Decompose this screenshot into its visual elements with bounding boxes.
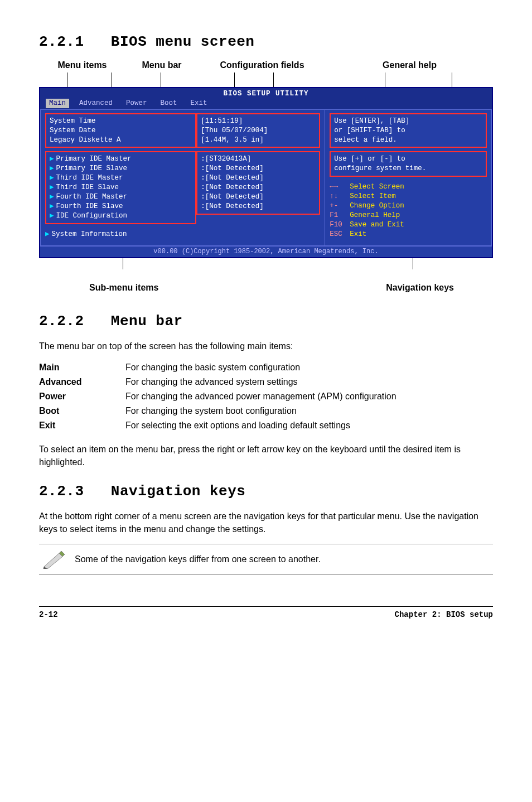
page-number: 2-12 bbox=[39, 610, 58, 619]
note-text: Some of the navigation keys differ from … bbox=[75, 554, 321, 564]
item-legacy-diskette[interactable]: Legacy Diskette A bbox=[50, 136, 192, 145]
help-line: Use [+] or [-] to bbox=[334, 154, 482, 164]
section-2-2-1-title: 2.2.1 BIOS menu screen bbox=[39, 33, 493, 50]
table-row: AdvancedFor changing the advanced system… bbox=[39, 375, 396, 389]
annot-config-fields: Configuration fields bbox=[198, 60, 326, 70]
value-fs: :[Not Detected] bbox=[201, 202, 316, 211]
item-system-info[interactable]: ▶System Information bbox=[45, 230, 196, 239]
submenu-marker-icon: ▶ bbox=[50, 183, 54, 191]
annot-menu-bar: Menu bar bbox=[125, 60, 198, 70]
nav-action: General Help bbox=[350, 211, 400, 219]
item-system-date[interactable]: System Date bbox=[50, 126, 192, 136]
section-name: Menu bar bbox=[111, 313, 183, 330]
navkeys-text: At the bottom right corner of a menu scr… bbox=[39, 510, 493, 535]
menubar-outro-text: To select an item on the menu bar, press… bbox=[39, 443, 493, 468]
nav-action: Change Option bbox=[350, 202, 404, 210]
item-primary-master[interactable]: ▶Primary IDE Master bbox=[50, 154, 192, 164]
annot-connector-lines bbox=[39, 73, 493, 87]
nav-key-plusminus: +- bbox=[330, 201, 350, 211]
help-line: or [SHIFT-TAB] to bbox=[334, 126, 482, 136]
term-exit: Exit bbox=[39, 418, 125, 433]
submenu-marker-icon: ▶ bbox=[50, 165, 54, 172]
bios-copyright: v00.00 (C)Copyright 1985-2002, American … bbox=[40, 246, 492, 257]
section-num: 2.2.1 bbox=[39, 33, 84, 50]
nav-key-esc: ESC bbox=[330, 230, 350, 239]
bottom-connector-lines bbox=[39, 258, 493, 269]
section-name: Navigation keys bbox=[111, 483, 246, 500]
item-third-master[interactable]: ▶Third IDE Master bbox=[50, 173, 192, 183]
item-primary-slave[interactable]: ▶Primary IDE Slave bbox=[50, 164, 192, 173]
top-annotations: Menu items Menu bar Configuration fields… bbox=[39, 60, 493, 70]
section-2-2-2-title: 2.2.2 Menu bar bbox=[39, 313, 493, 330]
term-power: Power bbox=[39, 389, 125, 404]
nav-key-arrows-ud: ↑↓ bbox=[330, 192, 350, 201]
help-line: configure system time. bbox=[334, 164, 482, 173]
bios-tab-power[interactable]: Power bbox=[119, 99, 154, 108]
nav-action: Save and Exit bbox=[350, 221, 404, 229]
submenu-marker-icon: ▶ bbox=[50, 174, 54, 182]
table-row: PowerFor changing the advanced power man… bbox=[39, 389, 396, 404]
nav-action: Select Screen bbox=[350, 183, 404, 191]
value-ts: :[Not Detected] bbox=[201, 183, 316, 192]
bios-tab-exit[interactable]: Exit bbox=[184, 99, 214, 108]
submenu-marker-icon: ▶ bbox=[50, 212, 54, 220]
bios-values-ide: :[ST320413A] :[Not Detected] :[Not Detec… bbox=[196, 151, 320, 214]
item-system-time[interactable]: System Time bbox=[50, 117, 192, 126]
annot-menu-items: Menu items bbox=[39, 60, 125, 70]
section-name: BIOS menu screen bbox=[111, 33, 255, 50]
bottom-annotations: Sub-menu items Navigation keys bbox=[39, 283, 493, 293]
bios-right-pane: Use [ENTER], [TAB] or [SHIFT-TAB] to sel… bbox=[325, 109, 492, 247]
bios-screenshot: BIOS SETUP UTILITY Main Advanced Power B… bbox=[39, 87, 493, 258]
value-pm: :[ST320413A] bbox=[201, 154, 316, 164]
item-fourth-master[interactable]: ▶Fourth IDE Master bbox=[50, 192, 192, 202]
term-main: Main bbox=[39, 360, 125, 375]
bios-menubar: Main Advanced Power Boot Exit bbox=[40, 99, 492, 109]
desc-main: For changing the basic system configurat… bbox=[125, 360, 396, 375]
chapter-label: Chapter 2: BIOS setup bbox=[395, 610, 493, 619]
bios-left-pane: System Time System Date Legacy Diskette … bbox=[40, 109, 325, 247]
bios-group-system: System Time System Date Legacy Diskette … bbox=[45, 113, 196, 148]
desc-boot: For changing the system boot configurati… bbox=[125, 404, 396, 418]
bios-group-ide: ▶Primary IDE Master ▶Primary IDE Slave ▶… bbox=[45, 151, 196, 224]
bios-title: BIOS SETUP UTILITY bbox=[40, 88, 492, 99]
submenu-marker-icon: ▶ bbox=[50, 155, 54, 163]
bios-body: System Time System Date Legacy Diskette … bbox=[40, 109, 492, 247]
nav-action: Exit bbox=[350, 230, 366, 238]
bios-tab-advanced[interactable]: Advanced bbox=[72, 99, 119, 108]
table-row: ExitFor selecting the exit options and l… bbox=[39, 418, 396, 433]
table-row: MainFor changing the basic system config… bbox=[39, 360, 396, 375]
bios-item-labels: System Time System Date Legacy Diskette … bbox=[45, 113, 196, 239]
page-footer: 2-12 Chapter 2: BIOS setup bbox=[39, 606, 493, 619]
item-fourth-slave[interactable]: ▶Fourth IDE Slave bbox=[50, 202, 192, 211]
menu-definitions-table: MainFor changing the basic system config… bbox=[39, 360, 396, 433]
submenu-marker-icon: ▶ bbox=[50, 193, 54, 201]
value-time: [11:51:19] bbox=[201, 117, 316, 126]
value-ps: :[Not Detected] bbox=[201, 164, 316, 173]
bios-tab-main[interactable]: Main bbox=[46, 99, 69, 108]
item-ide-config[interactable]: ▶IDE Configuration bbox=[50, 211, 192, 221]
desc-power: For changing the advanced power manageme… bbox=[125, 389, 396, 404]
value-tm: :[Not Detected] bbox=[201, 173, 316, 183]
section-num: 2.2.2 bbox=[39, 313, 84, 330]
section-2-2-3-title: 2.2.3 Navigation keys bbox=[39, 483, 493, 500]
nav-key-f10: F10 bbox=[330, 220, 350, 230]
bios-values-system: [11:51:19] [Thu 05/07/2004] [1.44M, 3.5 … bbox=[196, 113, 320, 148]
bios-help-block-2: Use [+] or [-] to configure system time. bbox=[330, 151, 487, 177]
annot-nav-keys: Navigation keys bbox=[386, 283, 454, 293]
term-advanced: Advanced bbox=[39, 375, 125, 389]
item-third-slave[interactable]: ▶Third IDE Slave bbox=[50, 183, 192, 192]
section-num: 2.2.3 bbox=[39, 483, 84, 500]
nav-action: Select Item bbox=[350, 192, 396, 200]
bios-help-block-1: Use [ENTER], [TAB] or [SHIFT-TAB] to sel… bbox=[330, 113, 487, 148]
term-boot: Boot bbox=[39, 404, 125, 418]
bios-tab-boot[interactable]: Boot bbox=[154, 99, 184, 108]
desc-advanced: For changing the advanced system setting… bbox=[125, 375, 396, 389]
annot-general-help: General help bbox=[326, 60, 493, 70]
table-row: BootFor changing the system boot configu… bbox=[39, 404, 396, 418]
value-diskette: [1.44M, 3.5 in] bbox=[201, 136, 316, 145]
annot-sub-menu: Sub-menu items bbox=[89, 283, 158, 293]
help-line: select a field. bbox=[334, 136, 482, 145]
nav-key-arrows-lr: ←→ bbox=[330, 182, 350, 192]
desc-exit: For selecting the exit options and loadi… bbox=[125, 418, 396, 433]
svg-marker-0 bbox=[43, 553, 62, 569]
